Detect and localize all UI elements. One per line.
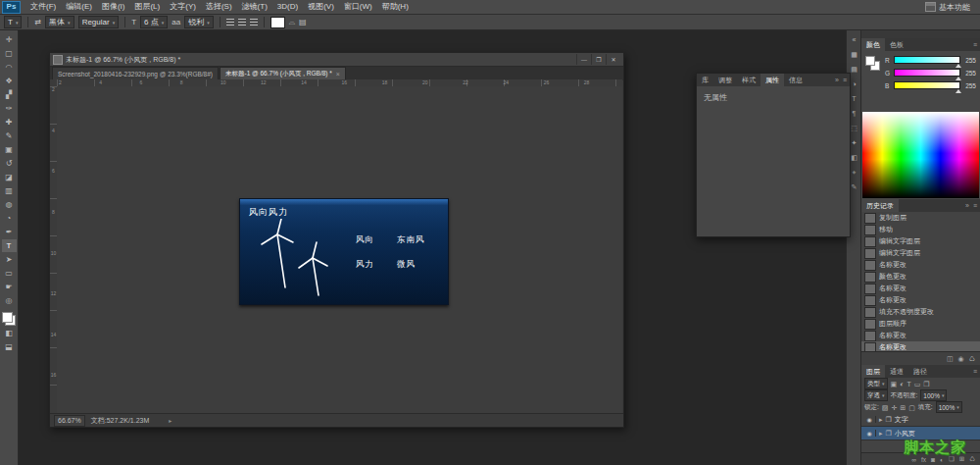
- layer-filter-select[interactable]: 类型 ▾: [864, 378, 888, 389]
- canvas[interactable]: 风向风力: [57, 86, 622, 413]
- close-button[interactable]: ✕: [606, 54, 620, 65]
- font-style-select[interactable]: Regular ▾: [78, 16, 120, 28]
- opacity-select[interactable]: 100% ▾: [920, 389, 947, 401]
- tab-styles[interactable]: 样式: [737, 74, 760, 86]
- foreground-color-swatch[interactable]: [865, 56, 875, 66]
- type-tool[interactable]: T: [2, 239, 17, 252]
- tab-color[interactable]: 颜色: [861, 38, 885, 51]
- panel-menu-icon[interactable]: ≡: [973, 41, 977, 48]
- red-value[interactable]: 255: [963, 57, 976, 64]
- fill-select[interactable]: 100% ▾: [936, 401, 962, 413]
- font-size-select[interactable]: 6 点 ▾: [140, 16, 168, 28]
- dodge-tool[interactable]: ◔: [2, 212, 17, 225]
- menu-type[interactable]: 文字(Y): [165, 0, 201, 14]
- blue-slider[interactable]: [894, 81, 960, 89]
- path-selection-tool[interactable]: ➤: [2, 253, 17, 266]
- history-step[interactable]: 名称更改: [861, 330, 980, 341]
- screen-mode-button[interactable]: ⬓: [2, 340, 17, 353]
- collapse-panel-icon[interactable]: »: [965, 202, 969, 209]
- menu-edit[interactable]: 编辑(E): [61, 0, 97, 14]
- status-options-arrow[interactable]: ▸: [169, 417, 172, 424]
- document-titlebar[interactable]: 未标题-1 @ 66.7% (小风页 , RGB/8) * — ❐ ✕: [50, 53, 623, 67]
- quick-selection-tool[interactable]: ❖: [2, 75, 17, 87]
- expand-dock-icon[interactable]: «: [849, 34, 860, 45]
- new-snapshot-icon[interactable]: ◉: [958, 355, 964, 363]
- menu-select[interactable]: 选择(S): [201, 0, 237, 14]
- lasso-tool[interactable]: ◠: [2, 61, 17, 74]
- layer-name[interactable]: 小风页: [895, 429, 915, 439]
- history-step[interactable]: 填充不透明度更改: [861, 306, 980, 318]
- tab-library[interactable]: 库: [697, 74, 713, 86]
- align-center-icon[interactable]: [238, 19, 246, 26]
- lock-transparency-icon[interactable]: ▨: [882, 404, 889, 411]
- blur-tool[interactable]: ◍: [2, 198, 17, 211]
- gradient-tool[interactable]: ▥: [2, 184, 17, 197]
- minimize-button[interactable]: —: [576, 54, 591, 65]
- eraser-tool[interactable]: ◪: [2, 171, 17, 183]
- align-right-icon[interactable]: [250, 19, 258, 26]
- move-tool[interactable]: ✛: [2, 33, 17, 46]
- menu-help[interactable]: 帮助(H): [377, 0, 414, 14]
- shape-tool[interactable]: ▭: [2, 267, 17, 280]
- blue-value[interactable]: 255: [963, 82, 976, 89]
- filter-smart-objects-icon[interactable]: ❐: [923, 381, 929, 388]
- text-color-swatch[interactable]: [270, 17, 285, 28]
- tool-preset-picker[interactable]: T ▾: [4, 16, 22, 28]
- font-family-select[interactable]: 黑体 ▾: [45, 16, 74, 28]
- new-document-from-state-icon[interactable]: ◫: [947, 355, 954, 363]
- delete-state-icon[interactable]: ♺: [969, 355, 975, 363]
- menu-window[interactable]: 窗口(W): [339, 0, 377, 14]
- history-brush-tool[interactable]: ↺: [2, 157, 17, 170]
- delete-layer-icon[interactable]: ♺: [969, 455, 975, 463]
- pen-tool[interactable]: ✒: [2, 226, 17, 238]
- panel-menu-icon[interactable]: ≡: [843, 77, 847, 83]
- navigator-panel-icon[interactable]: ▦: [849, 49, 860, 60]
- history-step[interactable]: 名称更改: [861, 294, 980, 306]
- menu-filter[interactable]: 滤镜(T): [237, 0, 272, 14]
- slider-thumb[interactable]: [956, 64, 961, 68]
- slider-thumb[interactable]: [956, 77, 961, 80]
- toggle-panels-icon[interactable]: ▤: [299, 18, 307, 26]
- layer-name[interactable]: 文字: [895, 415, 908, 425]
- workspace-switcher[interactable]: 基本功能: [925, 2, 980, 13]
- weather-card[interactable]: 风向风力: [239, 198, 449, 305]
- group-caret-icon[interactable]: ▸: [879, 430, 883, 437]
- lock-artboard-icon[interactable]: ⊞: [900, 404, 906, 411]
- history-step[interactable]: 颜色更改: [861, 271, 980, 283]
- lock-all-icon[interactable]: ▢: [908, 404, 915, 411]
- quick-mask-button[interactable]: ◧: [2, 327, 17, 339]
- tab-adjustments[interactable]: 调整: [713, 74, 737, 86]
- marquee-tool[interactable]: ▢: [2, 47, 17, 60]
- history-step[interactable]: 名称更改: [861, 283, 980, 294]
- history-step[interactable]: 名称更改: [861, 259, 980, 271]
- filter-adjustment-layers-icon[interactable]: ◐: [900, 381, 904, 388]
- tab-history[interactable]: 历史记录: [861, 199, 899, 212]
- tab-channels[interactable]: 通道: [885, 365, 908, 378]
- foreground-color-swatch[interactable]: [2, 312, 13, 323]
- document-tab-screenshot[interactable]: Screenshot_20180416-232929.png @ 23.3%(R…: [52, 67, 219, 80]
- filter-pixel-layers-icon[interactable]: ▣: [891, 381, 898, 388]
- menu-view[interactable]: 视图(V): [303, 0, 339, 14]
- eyedropper-tool[interactable]: ✑: [2, 102, 17, 115]
- visibility-eye-icon[interactable]: ◉: [863, 416, 876, 423]
- menu-image[interactable]: 图像(I): [97, 0, 130, 14]
- history-step[interactable]: 移动: [861, 224, 980, 235]
- panel-menu-icon[interactable]: ≡: [973, 202, 977, 209]
- hand-tool[interactable]: ☛: [2, 281, 17, 293]
- visibility-eye-icon[interactable]: ◉: [863, 430, 876, 437]
- warp-text-icon[interactable]: ⌓: [289, 18, 295, 27]
- healing-brush-tool[interactable]: ✚: [2, 116, 17, 129]
- history-step[interactable]: 编辑文字图层: [861, 235, 980, 247]
- align-left-icon[interactable]: [226, 19, 234, 26]
- history-step[interactable]: 复制图层: [861, 212, 980, 224]
- crop-tool[interactable]: ▞: [2, 88, 17, 101]
- menu-layer[interactable]: 图层(L): [129, 0, 165, 14]
- tab-swatches[interactable]: 色板: [885, 38, 908, 51]
- document-tab-untitled[interactable]: 未标题-1 @ 66.7% (小风页 , RGB/8) * ×: [220, 67, 346, 80]
- green-slider[interactable]: [894, 69, 960, 77]
- menu-file[interactable]: 文件(F): [25, 0, 61, 14]
- app-logo[interactable]: Ps: [2, 1, 21, 14]
- history-step[interactable]: 编辑文字图层: [861, 247, 980, 259]
- color-spectrum-picker[interactable]: [862, 112, 979, 198]
- history-step[interactable]: 图层顺序: [861, 318, 980, 330]
